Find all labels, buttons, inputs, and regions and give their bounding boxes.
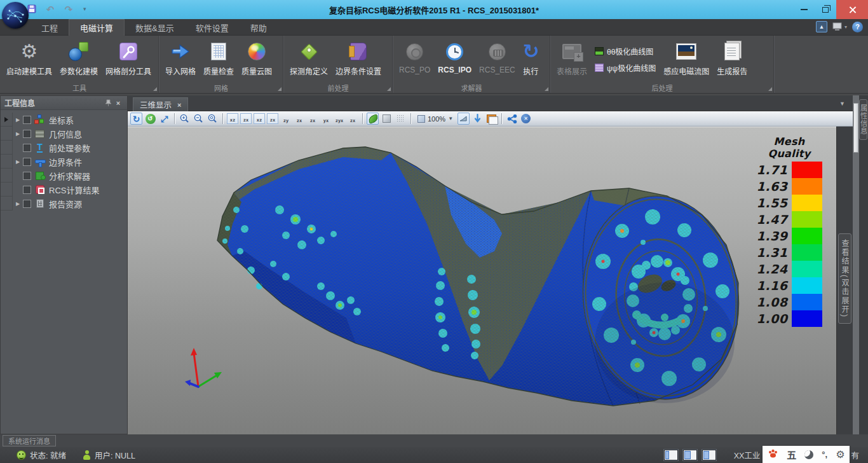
checkbox[interactable] [23,144,31,152]
zoom-out-icon[interactable] [193,113,205,125]
tab-3d-display[interactable]: 三维显示 × [133,97,188,111]
quality-check-button[interactable]: 质量检查 [200,37,238,81]
tree-item-report-resources[interactable]: ▶ 报告资源 [1,197,127,211]
checkbox[interactable] [23,186,31,194]
rcs-po-button[interactable]: RCS_PO [395,37,434,81]
menu-tab-em-compute[interactable]: 电磁计算 [69,19,125,36]
theta-polarization-curve-button[interactable]: θθ极化曲线图 [595,46,656,57]
corner-text-right: 有 [851,449,859,461]
panel-close-icon[interactable]: × [113,98,123,108]
menu-tab-data-display[interactable]: 数据&显示 [125,19,185,36]
display-style-icon[interactable]: ▾ [832,22,847,32]
refresh-view-icon[interactable]: ↺ [144,113,156,125]
view-results-vertical-tab[interactable]: 查看结果(双击展开) [838,233,851,324]
ime-paw-icon[interactable] [768,448,778,460]
system-messages-tab[interactable]: 系统运行消息 [3,435,56,446]
zoom-level-combo[interactable]: 100% ▼ [415,113,456,125]
layers-icon[interactable] [485,113,498,125]
expander-icon[interactable]: ▶ [13,201,23,207]
layout-left-icon[interactable] [664,450,678,460]
layout-middle-icon[interactable] [683,450,697,460]
pin-icon[interactable] [103,98,113,108]
execute-button[interactable]: ↻ 执行 [519,37,543,81]
view-orientation-icon[interactable]: xz [227,113,238,124]
view-orientation-icon[interactable]: yx [320,113,332,124]
arrow-down-icon[interactable] [471,113,484,125]
restore-button[interactable] [815,0,836,19]
launch-modeling-button[interactable]: ⚙ 启动建模工具 [3,37,56,81]
message-strip: 系统运行消息 [0,434,868,447]
menu-tab-settings[interactable]: 软件设置 [185,19,240,36]
viewport-canvas[interactable]: Mesh Quality 1.71 1.63 1.55 1.47 1.39 1.… [128,127,836,434]
checkbox[interactable] [23,158,31,166]
import-mesh-button[interactable]: 导入网格 [161,37,200,81]
results-strip: 查看结果(双击展开) [836,127,853,434]
view-orientation-icon[interactable]: xz [254,113,265,124]
view-orientation-icon[interactable]: zx [294,113,305,124]
view-orientation-icon[interactable]: zx [267,113,278,124]
rcs-eec-button[interactable]: RCS_EEC [475,37,519,81]
induced-current-map-button[interactable]: 感应电磁流图 [660,37,713,81]
tree-item-boundary-conditions[interactable]: ▶ 边界条件 [1,155,127,169]
tree-item-geometry-info[interactable]: ▶ 几何信息 [1,127,127,141]
boundary-settings-button[interactable]: 边界条件设置 [332,37,385,81]
legend-row: 1.00 [752,310,826,327]
close-view-icon[interactable]: ✕ [520,113,532,125]
minimize-button[interactable] [793,0,815,19]
zoom-in-icon[interactable] [179,113,191,125]
zoom-window-icon[interactable] [207,113,219,125]
probe-angle-button[interactable]: 探测角定义 [286,37,332,81]
tree-item-rcs-results[interactable]: RCS计算结果 [1,183,127,197]
checkbox[interactable] [23,130,31,138]
view-orientation-icon[interactable]: zy [280,113,292,124]
view-orientation-icon[interactable]: zx [307,113,318,124]
rcs-ipo-button[interactable]: RCS_IPO [434,37,475,81]
ime-punctuation[interactable]: °, [822,450,827,459]
select-region-icon[interactable] [458,113,470,125]
psi-polarization-curve-button[interactable]: ψψ极化曲线图 [595,62,656,73]
view-orientation-icon[interactable]: zx [347,113,358,124]
checkbox[interactable] [23,200,31,208]
expander-icon[interactable]: ▶ [13,117,23,123]
fit-view-icon[interactable]: ⤢ [158,113,170,125]
menu-tab-project[interactable]: 工程 [31,19,69,36]
app-logo-icon[interactable] [2,2,29,29]
help-icon[interactable]: ? [852,22,863,32]
quality-cloud-button[interactable]: 质量云图 [238,37,276,81]
geometry-icon [34,128,45,139]
view-orientation-icon[interactable]: zx [240,113,252,124]
share-icon[interactable] [506,113,518,125]
mesh-partition-button[interactable]: 网格剖分工具 [102,37,155,81]
tab-list-icon[interactable]: ▼ [839,100,845,107]
view-orientation-icon[interactable]: zyx [334,113,345,124]
ime-moon-icon[interactable] [804,450,813,459]
shaded-view-icon[interactable] [367,113,379,125]
table-show-button[interactable]: 表格展示 [553,37,591,81]
ime-gear-icon[interactable]: ⚙ [836,448,844,460]
layout-right-icon[interactable] [702,450,716,460]
expander-icon[interactable]: ▶ [13,159,23,165]
wireframe-grid-icon[interactable] [395,113,407,125]
ime-wubi-mode[interactable]: 五 [787,448,796,461]
viewport-tabstrip: 三维显示 × ▼ [128,95,853,111]
rotate-icon[interactable]: ↻ [130,113,142,125]
tree-item-analysis-solver[interactable]: 分析求解器 [1,169,127,183]
tree-item-coordinate-system[interactable]: ▶ 坐标系 [1,113,127,127]
properties-vertical-tab[interactable]: 属性信息 [859,99,867,140]
checkbox[interactable] [23,116,31,124]
shapes-icon [69,39,89,64]
tree-item-preprocess-params[interactable]: T 前处理参数 [1,141,127,155]
theta-chart-icon [595,47,604,55]
expander-icon[interactable]: ▶ [13,131,23,137]
parametric-modeling-button[interactable]: 参数化建模 [56,37,102,81]
collapse-ribbon-icon[interactable]: ▲ [816,21,827,32]
project-info-panel: 工程信息 × ▶ 坐标系 ▶ 几何信息 [0,95,128,434]
flat-view-icon[interactable] [381,113,393,125]
tab-close-icon[interactable]: × [177,101,181,109]
menu-tab-help[interactable]: 帮助 [240,19,278,36]
checkbox[interactable] [23,172,31,180]
gear-icon: ⚙ [21,39,38,64]
generate-report-button[interactable]: 生成报告 [713,37,751,81]
close-button[interactable] [836,0,868,19]
legend-row: 1.71 [752,162,826,178]
